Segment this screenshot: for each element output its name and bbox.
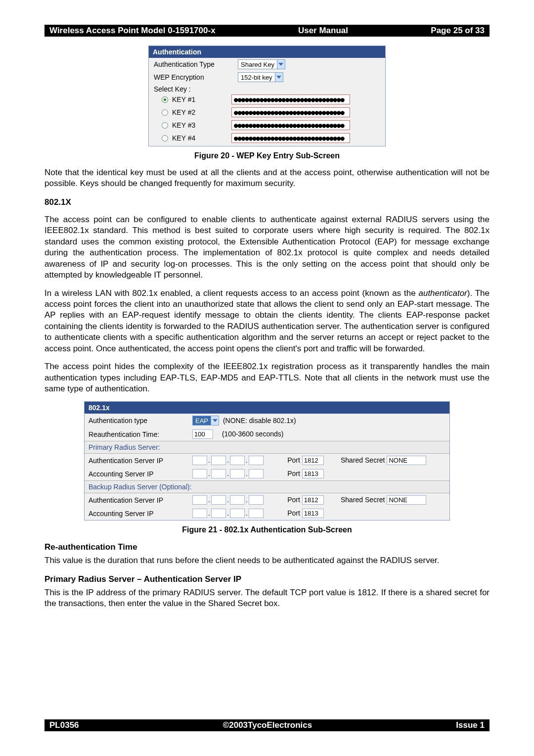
key1-radio[interactable] — [162, 96, 168, 103]
header-right: Page 25 of 33 — [431, 26, 485, 36]
svg-marker-2 — [213, 419, 218, 422]
para-8021x-1: The access point can be configured to en… — [44, 214, 490, 281]
para-8021x-3: The access point hides the complexity of… — [44, 361, 490, 394]
port-label: Port — [287, 456, 300, 464]
para-wep-note: Note that the identical key must be used… — [44, 167, 490, 189]
panel-title: 802.1x — [85, 402, 449, 414]
backup-auth-ip-a[interactable] — [192, 495, 207, 505]
key4-input[interactable]: ●●●●●●●●●●●●●●●●●●●●●●●●●●●●●● — [231, 133, 350, 143]
primary-auth-ip-c[interactable] — [230, 456, 245, 465]
auth-type-note: (NONE: disable 802.1x) — [223, 417, 296, 425]
primary-radius-header: Primary Radius Server: — [85, 441, 449, 454]
key4-radio[interactable] — [162, 135, 168, 142]
para-8021x-2-pre: In a wireless LAN with 802.1x enabled, a… — [44, 288, 418, 298]
auth-type-value: Shared Key — [238, 60, 277, 69]
port-label: Port — [287, 496, 300, 504]
page-footer: PL0356 ©2003TycoElectronics Issue 1 — [44, 719, 490, 731]
svg-marker-0 — [278, 63, 283, 66]
key4-label: KEY #4 — [172, 134, 231, 142]
key1-label: KEY #1 — [172, 95, 231, 103]
primary-acct-ip-b[interactable] — [211, 469, 226, 478]
primary-acct-ip-a[interactable] — [192, 469, 207, 478]
key3-input[interactable]: ●●●●●●●●●●●●●●●●●●●●●●●●●●●●●● — [231, 120, 350, 130]
backup-auth-server-label: Authentication Server IP — [85, 493, 188, 507]
primary-auth-ip-d[interactable] — [249, 456, 264, 465]
backup-acct-ip-b[interactable] — [211, 509, 226, 518]
header-mid: User Manual — [298, 26, 348, 36]
reauth-note: (100-3600 seconds) — [222, 430, 284, 438]
heading-primary-auth-ip: Primary Radius Server – Authentication S… — [44, 574, 490, 584]
para-primary-auth-ip: This is the IP address of the primary RA… — [44, 587, 490, 610]
page-header: Wireless Access Point Model 0-1591700-x … — [44, 25, 490, 37]
shared-secret-label: Shared Secret — [341, 456, 385, 464]
reauth-label: Reauthentication Time: — [85, 427, 188, 441]
para-8021x-2-italic: authenticator — [418, 288, 467, 298]
primary-auth-port-input[interactable]: 1812 — [302, 456, 324, 465]
backup-auth-port-input[interactable]: 1812 — [302, 495, 324, 505]
primary-acct-ip-d[interactable] — [249, 469, 264, 478]
key3-label: KEY #3 — [172, 121, 231, 129]
authentication-panel: Authentication Authentication Type Share… — [148, 46, 386, 146]
primary-acct-ip-c[interactable] — [230, 469, 245, 478]
primary-auth-ip-a[interactable] — [192, 456, 207, 465]
chevron-down-icon — [277, 60, 285, 69]
primary-shared-secret-input[interactable]: NONE — [387, 456, 426, 465]
key1-input[interactable]: ●●●●●●●●●●●●●●●●●●●●●●●●●●●●●● — [231, 94, 350, 104]
primary-auth-ip-b[interactable] — [211, 456, 226, 465]
wep-encryption-label: WEP Encryption — [154, 73, 238, 81]
figure21-caption: Figure 21 - 802.1x Authentication Sub-Sc… — [44, 525, 490, 534]
para-8021x-2-post: ). The access point forces the client in… — [44, 288, 490, 353]
key2-input[interactable]: ●●●●●●●●●●●●●●●●●●●●●●●●●●●●●● — [231, 107, 350, 117]
port-label: Port — [287, 470, 300, 477]
backup-auth-ip-b[interactable] — [211, 495, 226, 505]
key3-radio[interactable] — [162, 122, 168, 129]
key2-label: KEY #2 — [172, 108, 231, 116]
backup-acct-ip-d[interactable] — [249, 509, 264, 518]
heading-reauth: Re-authentication Time — [44, 542, 490, 552]
auth-type-label: Authentication type — [85, 414, 188, 427]
primary-auth-server-label: Authentication Server IP — [85, 454, 188, 468]
reauth-time-input[interactable]: 100 — [192, 429, 213, 439]
chevron-down-icon — [275, 73, 283, 82]
backup-shared-secret-input[interactable]: NONE — [387, 495, 426, 505]
auth-type-select[interactable]: EAP — [192, 416, 219, 425]
8021x-panel: 802.1x Authentication type EAP (NONE: di… — [84, 401, 450, 520]
primary-acct-server-label: Accounting Server IP — [85, 467, 188, 481]
port-label: Port — [287, 509, 300, 517]
footer-right: Issue 1 — [456, 720, 485, 730]
shared-secret-label: Shared Secret — [341, 496, 385, 504]
auth-type-value: EAP — [193, 417, 211, 425]
wep-encryption-select[interactable]: 152-bit key — [238, 72, 283, 82]
figure20-caption: Figure 20 - WEP Key Entry Sub-Screen — [44, 151, 490, 160]
key2-radio[interactable] — [162, 109, 168, 116]
heading-8021x: 802.1X — [44, 197, 490, 207]
footer-mid: ©2003TycoElectronics — [223, 720, 312, 730]
auth-type-select[interactable]: Shared Key — [238, 59, 285, 69]
backup-acct-ip-c[interactable] — [230, 509, 245, 518]
panel-title: Authentication — [149, 46, 385, 58]
footer-left: PL0356 — [49, 720, 79, 730]
header-left: Wireless Access Point Model 0-1591700-x — [49, 26, 216, 36]
chevron-down-icon — [211, 416, 219, 425]
backup-acct-server-label: Accounting Server IP — [85, 507, 188, 520]
backup-auth-ip-c[interactable] — [230, 495, 245, 505]
para-8021x-2: In a wireless LAN with 802.1x enabled, a… — [44, 288, 490, 355]
svg-marker-1 — [276, 76, 281, 79]
backup-radius-header: Backup Radius Server (Optional): — [85, 481, 449, 493]
wep-encryption-value: 152-bit key — [238, 73, 275, 82]
select-key-label: Select Key : — [154, 85, 238, 93]
backup-auth-ip-d[interactable] — [249, 495, 264, 505]
backup-acct-port-input[interactable]: 1813 — [302, 509, 324, 518]
auth-type-label: Authentication Type — [154, 60, 238, 68]
primary-acct-port-input[interactable]: 1813 — [302, 469, 324, 478]
para-reauth: This value is the duration that runs bef… — [44, 555, 490, 566]
backup-acct-ip-a[interactable] — [192, 509, 207, 518]
